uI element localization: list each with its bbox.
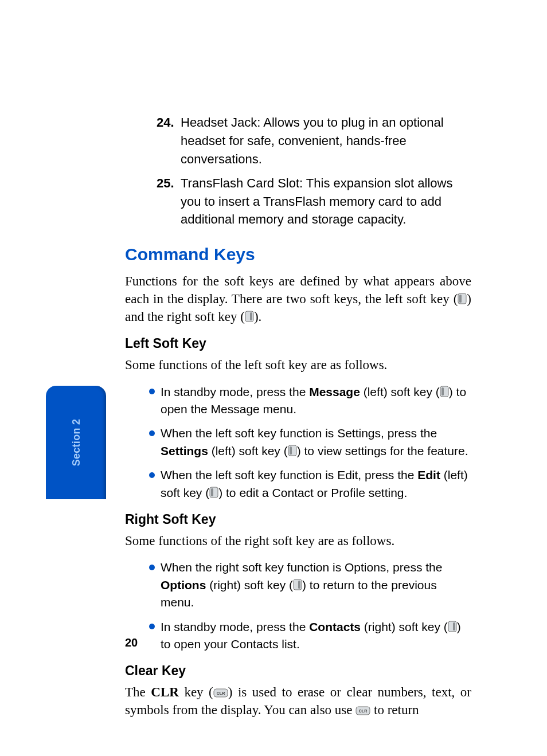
intro-text: Functions for the soft keys are defined …: [125, 274, 471, 306]
list-item: When the left soft key function is Edit,…: [149, 467, 471, 502]
right-soft-key-icon: [293, 579, 302, 590]
left-soft-key-icon: [209, 487, 218, 498]
list-text: When the right soft key function is Opti…: [161, 561, 442, 574]
list-text: When the left soft key function is Setti…: [161, 426, 437, 440]
list-text: (right) soft key (: [361, 620, 448, 633]
section-tab-label: Section 2: [70, 419, 82, 467]
list-bold: Settings: [161, 444, 208, 457]
list-text: (left) soft key (: [360, 385, 440, 398]
intro-paragraph: Functions for the soft keys are defined …: [125, 272, 471, 326]
svg-rect-5: [441, 387, 444, 395]
list-text: ) to edit a Contact or Profile setting.: [218, 486, 407, 499]
svg-rect-13: [453, 622, 455, 630]
page-number: 20: [125, 636, 138, 649]
list-bold: Edit: [417, 468, 440, 481]
clear-key-bold: CLR: [151, 685, 179, 699]
svg-rect-9: [211, 488, 213, 496]
intro-text: ).: [254, 310, 261, 324]
left-soft-key-paragraph: Some functions of the left soft key are …: [125, 356, 471, 374]
right-soft-key-icon: [448, 621, 457, 632]
left-soft-key-icon: [288, 445, 297, 456]
list-bold: Contacts: [309, 620, 361, 633]
svg-text:CLR: CLR: [217, 691, 225, 695]
svg-rect-11: [298, 581, 300, 589]
list-item: When the right soft key function is Opti…: [149, 559, 471, 611]
list-text: When the left soft key function is Edit,…: [161, 468, 417, 481]
svg-text:CLR: CLR: [359, 709, 367, 713]
clr-key-icon: CLR: [213, 688, 228, 698]
list-bold: Message: [309, 385, 360, 398]
page-content: 24. Headset Jack: Allows you to plug in …: [125, 113, 471, 728]
right-soft-key-heading: Right Soft Key: [125, 512, 471, 527]
list-text: (right) soft key (: [206, 578, 293, 592]
clear-key-paragraph: The CLR key (CLR) is used to erase or cl…: [125, 683, 471, 719]
svg-rect-3: [250, 312, 252, 320]
clear-key-text: The: [125, 685, 151, 699]
list-item: In standby mode, press the Message (left…: [149, 383, 471, 418]
list-text: In standby mode, press the: [161, 620, 309, 633]
right-soft-key-paragraph: Some functions of the right soft key are…: [125, 532, 471, 550]
svg-rect-7: [290, 446, 292, 455]
left-soft-key-icon: [440, 386, 449, 397]
numbered-item-number: 24.: [125, 113, 179, 169]
clear-key-text: key (: [179, 685, 213, 699]
list-text: (left) soft key (: [208, 444, 288, 457]
section-heading: Command Keys: [125, 245, 471, 264]
right-soft-key-list: When the right soft key function is Opti…: [125, 559, 471, 653]
clear-key-heading: Clear Key: [125, 663, 471, 679]
numbered-item: 25. TransFlash Card Slot: This expansion…: [125, 174, 471, 229]
left-soft-key-heading: Left Soft Key: [125, 336, 471, 351]
left-soft-key-icon: [458, 293, 467, 304]
clear-key-text: to return: [370, 703, 419, 717]
svg-rect-1: [459, 295, 462, 303]
left-soft-key-list: In standby mode, press the Message (left…: [125, 383, 471, 502]
list-item: When the left soft key function is Setti…: [149, 425, 471, 460]
numbered-item: 24. Headset Jack: Allows you to plug in …: [125, 113, 471, 169]
right-soft-key-icon: [245, 311, 254, 322]
numbered-item-text: Headset Jack: Allows you to plug in an o…: [179, 113, 471, 169]
clr-key-icon: CLR: [355, 706, 370, 715]
numbered-item-number: 25.: [125, 174, 179, 229]
list-text: In standby mode, press the: [161, 385, 309, 398]
list-item: In standby mode, press the Contacts (rig…: [149, 618, 471, 653]
numbered-item-text: TransFlash Card Slot: This expansion slo…: [179, 174, 471, 229]
list-bold: Options: [161, 578, 206, 592]
list-text: ) to view settings for the feature.: [297, 444, 468, 457]
section-tab: Section 2: [46, 386, 106, 499]
page: Section 2 24. Headset Jack: Allows you t…: [0, 0, 547, 756]
